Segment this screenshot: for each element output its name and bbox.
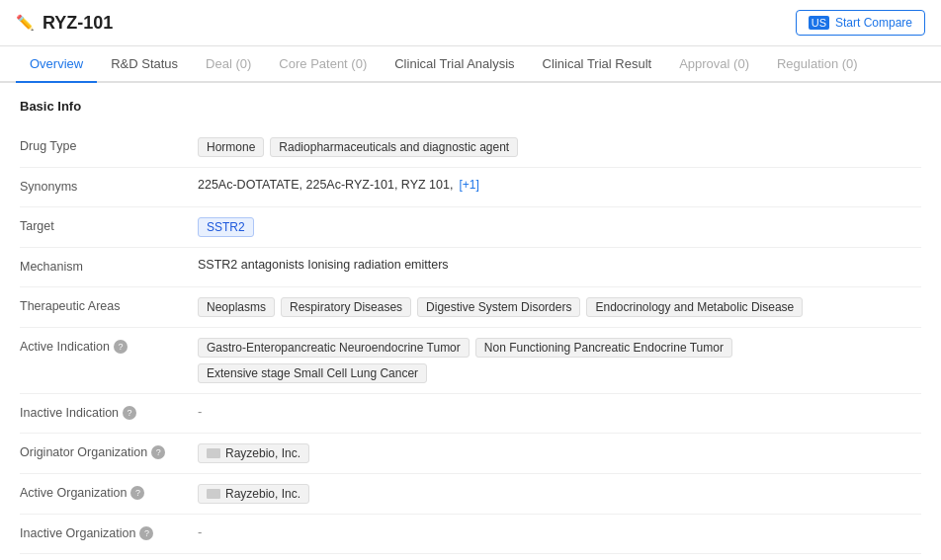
active-org-label: Active Organization ? — [20, 484, 198, 500]
active-indication-value: Gastro-Enteropancreatic Neuroendocrine T… — [198, 338, 921, 383]
mechanism-value: SSTR2 antagonists Ionising radiation emi… — [198, 258, 921, 272]
target-value: SSTR2 — [198, 217, 921, 237]
start-compare-label: Start Compare — [835, 16, 912, 30]
therapeutic-areas-row: Therapeutic Areas Neoplasms Respiratory … — [20, 287, 921, 328]
synonyms-row: Synonyms 225Ac-DOTATATE, 225Ac-RYZ-101, … — [20, 168, 921, 207]
inactive-indication-value: - — [198, 404, 921, 419]
therapeutic-tag-respiratory: Respiratory Diseases — [281, 297, 411, 317]
active-org-tag[interactable]: Rayzebio, Inc. — [198, 484, 309, 504]
tab-approval[interactable]: Approval (0) — [665, 46, 763, 83]
therapeutic-tag-digestive: Digestive System Disorders — [417, 297, 580, 317]
target-tag-sstr2[interactable]: SSTR2 — [198, 217, 254, 237]
org-logo-icon — [207, 448, 220, 458]
tab-deal[interactable]: Deal (0) — [192, 46, 265, 83]
drug-title: RYZ-101 — [43, 13, 113, 34]
active-indication-label: Active Indication ? — [20, 338, 198, 354]
basic-info-section-title: Basic Info — [20, 99, 921, 114]
tab-overview[interactable]: Overview — [16, 46, 97, 83]
synonyms-plus-link[interactable]: [+1] — [459, 178, 478, 192]
synonyms-label: Synonyms — [20, 178, 198, 194]
compare-icon: US — [809, 16, 829, 30]
inactive-org-help-icon[interactable]: ? — [139, 526, 153, 540]
drug-type-row: Drug Type Hormone Radiopharmaceuticals a… — [20, 127, 921, 168]
drug-type-label: Drug Type — [20, 137, 198, 153]
target-label: Target — [20, 217, 198, 233]
tab-regulation[interactable]: Regulation (0) — [763, 46, 872, 83]
tab-clinical-trial-analysis[interactable]: Clinical Trial Analysis — [381, 46, 528, 83]
originator-org-name: Rayzebio, Inc. — [225, 446, 300, 460]
inactive-org-row: Inactive Organization ? - — [20, 515, 921, 554]
synonyms-value: 225Ac-DOTATATE, 225Ac-RYZ-101, RYZ 101, … — [198, 178, 921, 192]
active-org-value: Rayzebio, Inc. — [198, 484, 921, 504]
org-logo-icon-2 — [207, 489, 220, 499]
originator-org-help-icon[interactable]: ? — [151, 445, 165, 459]
pencil-icon: ✏️ — [16, 14, 35, 32]
active-indication-tag-1: Gastro-Enteropancreatic Neuroendocrine T… — [198, 338, 470, 358]
inactive-org-value: - — [198, 524, 921, 539]
inactive-indication-dash: - — [198, 404, 202, 419]
active-indication-row: Active Indication ? Gastro-Enteropancrea… — [20, 328, 921, 394]
title-wrap: ✏️ RYZ-101 — [16, 13, 113, 34]
therapeutic-areas-label: Therapeutic Areas — [20, 297, 198, 313]
inactive-org-dash: - — [198, 524, 202, 539]
nav-tabs: Overview R&D Status Deal (0) Core Patent… — [0, 46, 941, 83]
app-header: ✏️ RYZ-101 US Start Compare — [0, 0, 941, 46]
therapeutic-areas-value: Neoplasms Respiratory Diseases Digestive… — [198, 297, 921, 317]
synonyms-text: 225Ac-DOTATATE, 225Ac-RYZ-101, RYZ 101, — [198, 178, 453, 192]
drug-type-value: Hormone Radiopharmaceuticals and diagnos… — [198, 137, 921, 157]
originator-org-row: Originator Organization ? Rayzebio, Inc. — [20, 434, 921, 474]
active-indication-tag-2: Non Functioning Pancreatic Endocrine Tum… — [475, 338, 732, 358]
active-org-help-icon[interactable]: ? — [130, 486, 144, 500]
inactive-indication-help-icon[interactable]: ? — [123, 406, 136, 420]
tab-core-patent[interactable]: Core Patent (0) — [265, 46, 381, 83]
mechanism-text: SSTR2 antagonists Ionising radiation emi… — [198, 258, 449, 272]
drug-type-tag-2: Radiopharmaceuticals and diagnostic agen… — [270, 137, 518, 157]
active-indication-help-icon[interactable]: ? — [114, 340, 128, 354]
inactive-indication-label: Inactive Indication ? — [20, 404, 198, 420]
originator-org-value: Rayzebio, Inc. — [198, 443, 921, 463]
start-compare-button[interactable]: US Start Compare — [796, 10, 925, 36]
active-indication-tag-3: Extensive stage Small Cell Lung Cancer — [198, 363, 427, 383]
target-row: Target SSTR2 — [20, 207, 921, 248]
tab-clinical-trial-result[interactable]: Clinical Trial Result — [529, 46, 666, 83]
tab-rd-status[interactable]: R&D Status — [97, 46, 192, 83]
therapeutic-tag-endocrinology: Endocrinology and Metabolic Disease — [586, 297, 803, 317]
originator-org-tag[interactable]: Rayzebio, Inc. — [198, 443, 309, 463]
mechanism-label: Mechanism — [20, 258, 198, 274]
active-org-name: Rayzebio, Inc. — [225, 487, 300, 501]
inactive-indication-row: Inactive Indication ? - — [20, 394, 921, 434]
mechanism-row: Mechanism SSTR2 antagonists Ionising rad… — [20, 248, 921, 287]
drug-type-tag-1: Hormone — [198, 137, 264, 157]
originator-org-label: Originator Organization ? — [20, 443, 198, 459]
therapeutic-tag-neoplasms: Neoplasms — [198, 297, 275, 317]
inactive-org-label: Inactive Organization ? — [20, 524, 198, 540]
main-content: Basic Info Drug Type Hormone Radiopharma… — [0, 83, 941, 554]
active-org-row: Active Organization ? Rayzebio, Inc. — [20, 474, 921, 515]
